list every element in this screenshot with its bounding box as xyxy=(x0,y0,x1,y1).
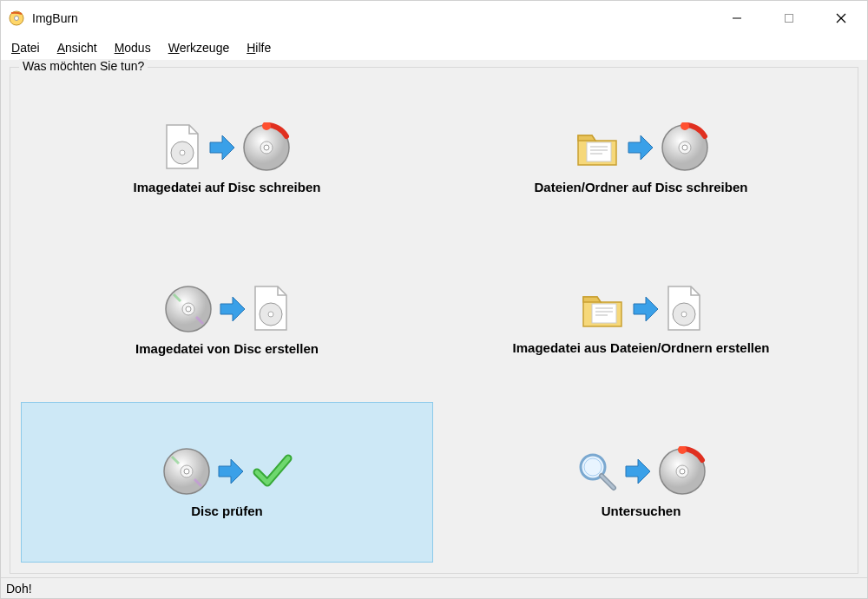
option-discovery[interactable]: Untersuchen xyxy=(435,402,847,563)
option-icon-row xyxy=(163,122,292,173)
disc-burn-icon xyxy=(660,122,710,173)
options-grid: Imagedatei auf Disc schreiben xyxy=(21,78,847,563)
svg-point-33 xyxy=(184,469,189,474)
minimize-button[interactable] xyxy=(711,1,763,36)
content-area: Was möchten Sie tun? xyxy=(1,60,867,577)
svg-point-30 xyxy=(681,312,687,317)
disc-icon xyxy=(161,446,212,497)
main-groupbox: Was möchten Sie tun? xyxy=(10,67,858,574)
option-create-image-from-files[interactable]: Imagedatei aus Dateien/Ordnern erstellen xyxy=(435,240,847,401)
svg-rect-3 xyxy=(786,15,793,23)
svg-point-18 xyxy=(682,145,687,150)
folder-icon xyxy=(573,123,621,172)
option-create-image-from-disc[interactable]: Imagedatei von Disc erstellen xyxy=(21,240,433,401)
disc-icon xyxy=(163,284,214,334)
svg-point-10 xyxy=(264,145,269,150)
folder-icon xyxy=(578,285,627,333)
svg-rect-26 xyxy=(595,307,613,309)
svg-rect-13 xyxy=(590,146,608,148)
close-button[interactable] xyxy=(815,1,867,36)
arrow-right-icon xyxy=(622,456,654,487)
status-text: Doh! xyxy=(6,582,32,596)
option-verify-disc[interactable]: Disc prüfen xyxy=(21,402,433,563)
menu-modus[interactable]: Modus xyxy=(115,41,151,55)
svg-point-24 xyxy=(268,312,273,317)
window-title: ImgBurn xyxy=(32,11,711,25)
menu-ansicht[interactable]: Ansicht xyxy=(57,41,97,55)
option-write-files-to-disc[interactable]: Dateien/Ordner auf Disc schreiben xyxy=(435,78,847,239)
option-label: Dateien/Ordner auf Disc schreiben xyxy=(535,180,748,194)
groupbox-title: Was möchten Sie tun? xyxy=(19,59,148,73)
menu-datei[interactable]: Datei xyxy=(11,41,40,55)
image-file-icon xyxy=(252,285,292,333)
svg-rect-14 xyxy=(590,149,608,151)
option-icon-row xyxy=(161,446,293,497)
svg-point-1 xyxy=(15,16,19,21)
svg-rect-27 xyxy=(595,311,613,313)
arrow-right-icon xyxy=(207,132,238,163)
arrow-right-icon xyxy=(217,293,248,325)
option-icon-row xyxy=(578,285,705,333)
svg-point-40 xyxy=(680,469,685,474)
option-icon-row xyxy=(163,284,292,334)
menu-hilfe[interactable]: Hilfe xyxy=(247,41,271,55)
svg-rect-28 xyxy=(595,314,608,316)
svg-rect-15 xyxy=(590,153,602,155)
image-file-icon xyxy=(665,285,705,333)
app-icon xyxy=(8,10,25,27)
option-label: Disc prüfen xyxy=(191,504,263,518)
window-controls xyxy=(711,1,867,36)
arrow-right-icon xyxy=(215,456,247,487)
checkmark-icon xyxy=(250,450,293,493)
svg-rect-25 xyxy=(592,304,616,323)
svg-point-7 xyxy=(180,150,185,155)
titlebar: ImgBurn xyxy=(1,1,867,36)
image-file-icon xyxy=(163,123,203,172)
disc-burn-icon xyxy=(657,446,707,497)
option-label: Imagedatei auf Disc schreiben xyxy=(134,180,321,194)
magnifier-icon xyxy=(575,450,619,493)
menubar: Datei Ansicht Modus Werkzeuge Hilfe xyxy=(1,36,867,60)
option-label: Untersuchen xyxy=(602,504,681,518)
menu-werkzeuge[interactable]: Werkzeuge xyxy=(168,41,230,55)
arrow-right-icon xyxy=(630,293,661,325)
disc-burn-icon xyxy=(241,122,292,173)
option-write-image-to-disc[interactable]: Imagedatei auf Disc schreiben xyxy=(21,78,433,239)
statusbar: Doh! xyxy=(1,577,867,598)
option-icon-row xyxy=(573,122,710,173)
svg-rect-12 xyxy=(587,142,611,161)
option-label: Imagedatei aus Dateien/Ordnern erstellen xyxy=(513,340,770,355)
option-label: Imagedatei von Disc erstellen xyxy=(135,341,319,356)
maximize-button xyxy=(763,1,815,36)
svg-line-37 xyxy=(602,476,614,488)
arrow-right-icon xyxy=(625,132,656,163)
svg-point-22 xyxy=(186,306,191,312)
option-icon-row xyxy=(575,446,707,497)
